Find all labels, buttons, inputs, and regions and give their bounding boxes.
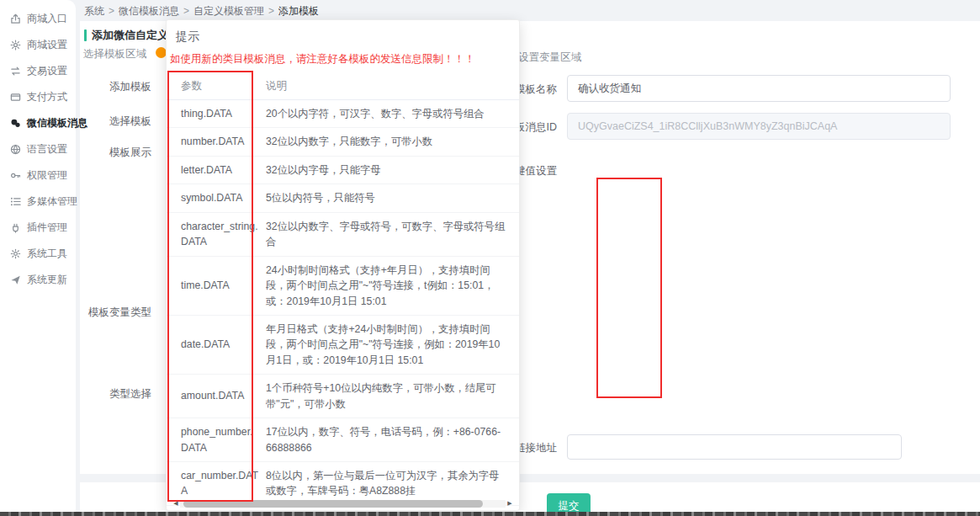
param-desc: 17位以内，数字、符号，电话号码，例：+86-0766-66888866 — [266, 424, 507, 455]
param-row: amount.DATA 1个币种符号+10位以内纯数字，可带小数，结尾可带"元"… — [167, 375, 519, 418]
sidebar-item-label: 交易设置 — [27, 64, 67, 78]
sidebar-item-permissions[interactable]: 权限管理 — [0, 162, 76, 189]
template-name-input[interactable] — [567, 75, 951, 102]
sidebar-item-system-tools[interactable]: 系统工具 — [0, 241, 76, 267]
param-row: letter.DATA 32位以内字母，只能字母 — [167, 157, 519, 184]
sidebar-item-system-update[interactable]: 系统更新 — [0, 267, 76, 293]
sidebar-item-mall-entrance[interactable]: 商城入口 — [0, 6, 76, 32]
param-desc: 20个以内字符，可汉字、数字、字母或符号组合 — [266, 106, 507, 121]
param-desc: 1个币种符号+10位以内纯数字，可带小数，结尾可带"元"，可带小数 — [266, 380, 507, 412]
modal-title: 提示 — [176, 29, 507, 45]
param-name: amount.DATA — [181, 388, 266, 403]
trade-settings-icon — [9, 66, 21, 77]
section-label-template-area: 选择模板区域 — [83, 47, 146, 61]
breadcrumb-separator: > — [109, 5, 114, 17]
param-desc: 32位以内数字，只能数字，可带小数 — [266, 134, 507, 149]
param-name: time.DATA — [181, 278, 266, 293]
sidebar-item-label: 多媒体管理 — [27, 194, 77, 209]
scrollbar-track[interactable] — [180, 500, 506, 508]
hint-modal: 提示 如使用新的类目模板消息，请注意好各模板的发送信息限制！！！ 参数 说明 t… — [166, 19, 520, 511]
form-label-template-variable-type: 模板变量类型 — [71, 306, 151, 320]
sidebar-item-label: 系统更新 — [27, 273, 67, 287]
sidebar: 商城入口 商城设置 交易设置 支付方式 微信模板消息 语言设置 权限管理 多媒 — [0, 0, 76, 516]
param-name: symbol.DATA — [181, 190, 266, 205]
sidebar-item-label: 支付方式 — [27, 90, 67, 104]
param-desc: 24小时制时间格式（支持+年月日），支持填时间段，两个时间点之用"~"符号连接，… — [266, 263, 507, 309]
param-row: number.DATA 32位以内数字，只能数字，可带小数 — [167, 128, 519, 156]
title-accent-bar — [84, 29, 87, 41]
breadcrumb-item[interactable]: 系统 — [84, 5, 104, 17]
param-desc: 年月日格式（支持+24小时制时间），支持填时间段，两个时间点之用"~"符号连接，… — [266, 322, 507, 368]
param-name: car_number.DATA — [181, 468, 266, 499]
form-label-type-select: 类型选择 — [91, 387, 151, 402]
param-name: letter.DATA — [181, 162, 266, 178]
param-row: phone_number.DATA 17位以内，数字、符号，电话号码，例：+86… — [167, 418, 519, 462]
mall-entrance-icon — [9, 13, 21, 25]
system-tools-gear-icon — [9, 248, 21, 260]
jump-link-input[interactable] — [567, 434, 902, 460]
param-name: number.DATA — [181, 134, 266, 149]
param-desc: 32位以内数字、字母或符号，可数字、字母或符号组合 — [266, 219, 507, 250]
system-update-plane-icon — [9, 274, 21, 286]
param-desc: 32位以内字母，只能字母 — [266, 162, 507, 178]
scrollbar-thumb[interactable] — [183, 500, 483, 508]
form-label-template-preview: 模板展示 — [91, 146, 151, 160]
breadcrumb-item[interactable]: 微信模板消息 — [119, 5, 179, 17]
param-row: thing.DATA 20个以内字符，可汉字、数字、字母或符号组合 — [167, 100, 519, 128]
app-root: 商城入口 商城设置 交易设置 支付方式 微信模板消息 语言设置 权限管理 多媒 — [0, 0, 980, 516]
param-table-header: 参数 说明 — [167, 75, 519, 100]
sidebar-item-language-settings[interactable]: 语言设置 — [0, 136, 76, 162]
sidebar-item-label: 商城入口 — [27, 12, 67, 26]
breadcrumb: 系统>微信模板消息>自定义模板管理>添加模板 — [84, 4, 319, 19]
scroll-left-arrow-icon[interactable]: ◀ — [172, 500, 180, 507]
param-row: character_string.DATA 32位以内数字、字母或符号，可数字、… — [167, 213, 519, 257]
param-name: date.DATA — [181, 337, 266, 352]
breadcrumb-separator: > — [183, 5, 189, 17]
breadcrumb-separator: > — [268, 5, 274, 17]
param-name: thing.DATA — [181, 106, 266, 121]
modal-horizontal-scrollbar[interactable]: ◀ ▶ — [172, 499, 514, 508]
template-message-id-input — [567, 113, 951, 140]
sidebar-item-multimedia[interactable]: 多媒体管理 — [0, 189, 76, 215]
param-desc: 5位以内符号，只能符号 — [266, 190, 507, 205]
sidebar-item-label: 商城设置 — [27, 38, 67, 52]
section-label-variable-area: 设置变量区域 — [518, 51, 581, 65]
param-row: date.DATA 年月日格式（支持+24小时制时间），支持填时间段，两个时间点… — [167, 316, 519, 375]
scroll-right-arrow-icon[interactable]: ▶ — [506, 500, 514, 507]
sidebar-item-label: 微信模板消息 — [27, 116, 87, 130]
param-desc: 8位以内，第一位与最后一位可为汉字，其余为字母或数字，车牌号码：粤A8Z888挂 — [266, 468, 507, 499]
breadcrumb-item-current: 添加模板 — [278, 5, 319, 17]
param-header: 参数 — [181, 79, 266, 93]
form-label-select-template: 选择模板 — [91, 114, 151, 129]
param-row: symbol.DATA 5位以内符号，只能符号 — [167, 184, 519, 212]
sidebar-item-payment-methods[interactable]: 支付方式 — [0, 84, 76, 110]
language-settings-icon — [9, 144, 21, 156]
sidebar-item-trade-settings[interactable]: 交易设置 — [0, 58, 76, 84]
wechat-template-icon — [9, 118, 21, 130]
mall-settings-icon — [9, 40, 21, 51]
sidebar-item-label: 语言设置 — [27, 142, 67, 157]
payment-methods-icon — [9, 92, 21, 104]
sidebar-item-label: 权限管理 — [27, 168, 67, 183]
permissions-key-icon — [9, 170, 21, 182]
sidebar-item-label: 系统工具 — [27, 247, 67, 261]
param-name: character_string.DATA — [181, 219, 266, 250]
form-label-add-template: 添加模板 — [91, 80, 151, 94]
plugins-icon — [9, 222, 21, 234]
desc-header: 说明 — [266, 79, 507, 93]
bottom-clipped-content-strip — [0, 512, 980, 516]
multimedia-list-icon — [9, 196, 21, 208]
param-row: time.DATA 24小时制时间格式（支持+年月日），支持填时间段，两个时间点… — [167, 257, 519, 316]
breadcrumb-item[interactable]: 自定义模板管理 — [193, 5, 264, 17]
sidebar-item-wechat-template-message[interactable]: 微信模板消息 — [0, 110, 76, 136]
param-name: phone_number.DATA — [181, 424, 266, 455]
param-table: 参数 说明 thing.DATA 20个以内字符，可汉字、数字、字母或符号组合 … — [167, 75, 519, 511]
param-table-rows: thing.DATA 20个以内字符，可汉字、数字、字母或符号组合 number… — [167, 100, 519, 511]
sidebar-item-plugins[interactable]: 插件管理 — [0, 215, 76, 241]
sidebar-item-mall-settings[interactable]: 商城设置 — [0, 32, 76, 58]
sidebar-item-label: 插件管理 — [27, 221, 67, 235]
modal-warning-text: 如使用新的类目模板消息，请注意好各模板的发送信息限制！！！ — [170, 52, 507, 66]
